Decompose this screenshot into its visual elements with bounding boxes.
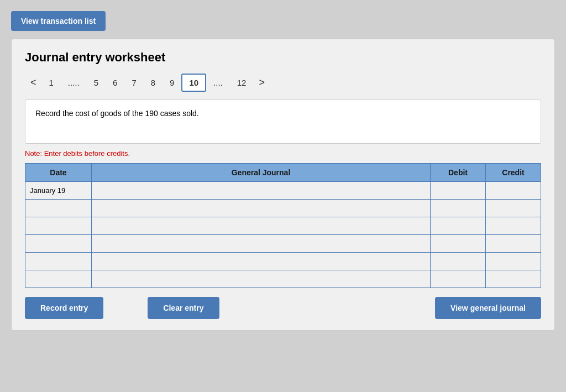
- view-general-journal-button[interactable]: View general journal: [435, 297, 541, 319]
- instruction-text: Record the cost of goods of the 190 case…: [35, 109, 199, 118]
- debit-input-2[interactable]: [431, 200, 485, 217]
- bottom-buttons: Record entry Clear entry View general jo…: [25, 297, 541, 319]
- page-dots2: ....: [206, 74, 230, 91]
- view-transaction-button[interactable]: View transaction list: [11, 11, 106, 31]
- table-row: [25, 235, 541, 253]
- page-8[interactable]: 8: [144, 74, 163, 91]
- page-12[interactable]: 12: [230, 74, 254, 91]
- credit-input-1[interactable]: [486, 182, 541, 199]
- journal-input-6[interactable]: [92, 270, 430, 288]
- header-debit: Debit: [431, 164, 486, 182]
- journal-input-4[interactable]: [92, 235, 430, 252]
- date-input-3[interactable]: [25, 217, 91, 234]
- header-date: Date: [25, 164, 92, 182]
- clear-entry-button[interactable]: Clear entry: [148, 297, 219, 319]
- date-input-2[interactable]: [25, 200, 91, 217]
- worksheet-title: Journal entry worksheet: [25, 50, 541, 65]
- date-input-1[interactable]: [25, 182, 91, 199]
- page-6[interactable]: 6: [106, 74, 124, 91]
- page-dots1: .....: [61, 74, 87, 91]
- page-10[interactable]: 10: [181, 74, 206, 92]
- table-row: [25, 182, 541, 200]
- page-5[interactable]: 5: [87, 74, 106, 91]
- page-7[interactable]: 7: [124, 74, 143, 91]
- journal-input-3[interactable]: [92, 217, 430, 234]
- page-1[interactable]: 1: [42, 74, 61, 91]
- credit-input-6[interactable]: [486, 270, 541, 288]
- table-row: [25, 200, 541, 217]
- credit-input-3[interactable]: [486, 217, 541, 234]
- record-entry-button[interactable]: Record entry: [25, 297, 103, 319]
- date-input-4[interactable]: [25, 235, 91, 252]
- header-general-journal: General Journal: [92, 164, 431, 182]
- journal-input-5[interactable]: [92, 253, 430, 270]
- debit-input-1[interactable]: [431, 182, 485, 199]
- credit-input-4[interactable]: [486, 235, 541, 252]
- instruction-box: Record the cost of goods of the 190 case…: [25, 100, 541, 144]
- date-input-6[interactable]: [25, 270, 91, 288]
- table-row: [25, 217, 541, 235]
- credit-input-2[interactable]: [486, 200, 541, 217]
- debit-input-6[interactable]: [431, 270, 485, 288]
- date-input-5[interactable]: [25, 253, 91, 270]
- credit-input-5[interactable]: [486, 253, 541, 270]
- header-credit: Credit: [486, 164, 541, 182]
- next-arrow[interactable]: >: [253, 75, 270, 91]
- debit-input-3[interactable]: [431, 217, 485, 234]
- page-9[interactable]: 9: [163, 74, 181, 91]
- pagination: < 1 ..... 5 6 7 8 9 10 .... 12 >: [25, 74, 541, 92]
- journal-table: Date General Journal Debit Credit: [25, 163, 541, 288]
- debit-input-5[interactable]: [431, 253, 485, 270]
- journal-input-2[interactable]: [92, 200, 430, 217]
- journal-input-1[interactable]: [92, 182, 430, 199]
- main-card: Journal entry worksheet < 1 ..... 5 6 7 …: [11, 39, 555, 331]
- debit-input-4[interactable]: [431, 235, 485, 252]
- table-row: [25, 270, 541, 288]
- note-text: Note: Enter debits before credits.: [25, 149, 541, 158]
- table-row: [25, 253, 541, 270]
- prev-arrow[interactable]: <: [25, 75, 42, 91]
